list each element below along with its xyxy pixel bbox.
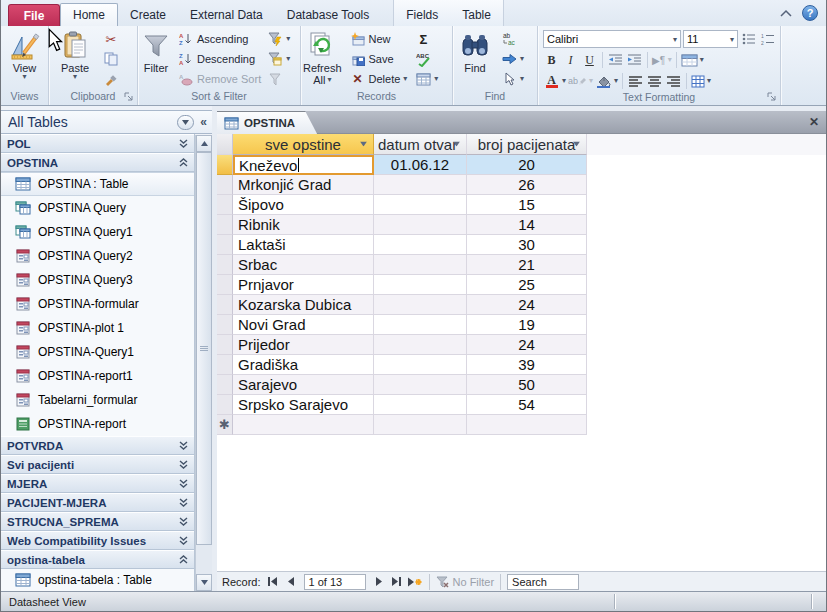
record-position-box[interactable]: 1 of 13 (304, 574, 366, 590)
cell-broj-pacijenata[interactable]: 39 (467, 355, 587, 375)
cell-sve-opstine[interactable]: Prijedor (233, 335, 374, 355)
nav-group-opstina-tabela[interactable]: opstina-tabela (1, 550, 194, 569)
cell-broj-pacijenata[interactable]: 25 (467, 275, 587, 295)
save-record-button[interactable]: Save (348, 49, 410, 69)
cell-datum[interactable] (374, 335, 467, 355)
ascending-button[interactable]: AZAscending (176, 29, 263, 49)
column-dropdown-icon[interactable] (360, 142, 367, 147)
cell-sve-opstine[interactable]: Prnjavor (233, 275, 374, 295)
nav-scrollbar[interactable] (195, 135, 212, 591)
minimize-ribbon-icon[interactable] (780, 9, 792, 17)
row-selector[interactable] (217, 155, 233, 175)
text-formatting-dialog-launcher-icon[interactable] (767, 92, 778, 103)
new-record-icon[interactable] (407, 574, 423, 590)
column-dropdown-icon[interactable] (453, 142, 460, 147)
expand-group-icon[interactable] (179, 460, 188, 469)
cell-sve-opstine[interactable]: Novi Grad (233, 315, 374, 335)
cell-sve-opstine[interactable]: Laktaši (233, 235, 374, 255)
file-tab[interactable]: File (8, 4, 60, 26)
select-button[interactable]: ▾ (499, 69, 526, 89)
cell-broj-pacijenata[interactable]: 24 (467, 295, 587, 315)
column-header-broj-pacijenata[interactable]: broj pacijenata (467, 134, 587, 155)
clipboard-dialog-launcher-icon[interactable] (124, 92, 135, 103)
search-input[interactable]: Search (507, 574, 579, 590)
close-document-icon[interactable]: ✕ (809, 115, 819, 129)
nav-group-strucna-sprema[interactable]: STRUCNA_SPREMA (1, 512, 194, 531)
nav-item-opstina-query1[interactable]: OPSTINA Query1 (1, 220, 194, 244)
align-center-button[interactable] (646, 72, 663, 90)
nav-item-opstina-table[interactable]: OPSTINA : Table (1, 172, 194, 196)
new-record-button[interactable]: New (348, 29, 410, 49)
cell-datum[interactable] (374, 215, 467, 235)
expand-group-icon[interactable] (179, 517, 188, 526)
ribbon-tab-create[interactable]: Create (118, 3, 178, 26)
bold-button[interactable]: B (543, 51, 560, 69)
cell-broj-pacijenata[interactable]: 21 (467, 255, 587, 275)
row-selector[interactable] (217, 355, 233, 375)
nav-item-opstina-report[interactable]: OPSTINA-report (1, 412, 194, 436)
cell-sve-opstine[interactable]: Gradiška (233, 355, 374, 375)
refresh-all-button[interactable]: Refresh All▾ (303, 27, 342, 90)
cell-sve-opstine[interactable]: Kozarska Dubica (233, 295, 374, 315)
underline-button[interactable]: U (581, 51, 598, 69)
collapse-group-icon[interactable] (179, 555, 188, 564)
nav-group-pacijent-mjera[interactable]: PACIJENT-MJERA (1, 493, 194, 512)
cell-sve-opstine[interactable]: Sarajevo (233, 375, 374, 395)
next-record-icon[interactable] (371, 574, 387, 590)
row-selector[interactable] (217, 175, 233, 195)
find-button[interactable]: Find (459, 27, 491, 90)
nav-item-opstina-formular[interactable]: OPSTINA-formular (1, 292, 194, 316)
align-right-button[interactable] (665, 72, 682, 90)
nav-pane-shutter-icon[interactable]: « (200, 115, 208, 129)
nav-group-svi-pacijenti[interactable]: Svi pacijenti (1, 455, 194, 474)
nav-item-opstina-query2[interactable]: OPSTINA Query2 (1, 244, 194, 268)
row-selector[interactable] (217, 215, 233, 235)
nav-pane-header[interactable]: All Tables « (1, 110, 212, 134)
nav-item-opstina-query1[interactable]: OPSTINA-Query1 (1, 340, 194, 364)
cell-broj-pacijenata[interactable]: 20 (467, 155, 587, 175)
font-size-combo[interactable]: 11▾ (683, 30, 738, 48)
cell-sve-opstine[interactable]: Mrkonjić Grad (233, 175, 374, 195)
column-dropdown-icon[interactable] (573, 142, 580, 147)
highlight-button[interactable]: ab (568, 72, 587, 90)
nav-scroll-thumb[interactable] (196, 152, 212, 545)
filter-button[interactable]: Filter (140, 27, 172, 90)
row-selector[interactable] (217, 275, 233, 295)
new-row-selector[interactable]: ✱ (217, 415, 233, 435)
descending-button[interactable]: ZADescending (176, 49, 263, 69)
expand-group-icon[interactable] (179, 479, 188, 488)
no-filter-button[interactable]: No Filter (436, 576, 495, 588)
expand-group-icon[interactable] (179, 139, 188, 148)
nav-pane-menu-icon[interactable] (177, 115, 194, 130)
cell-datum[interactable] (374, 395, 467, 415)
collapse-group-icon[interactable] (179, 158, 188, 167)
delete-record-button[interactable]: ✕Delete▾ (348, 69, 410, 89)
view-button[interactable]: View ▾ (9, 27, 41, 90)
ribbon-tab-fields[interactable]: Fields (394, 3, 450, 26)
bullets-button[interactable] (740, 30, 757, 48)
cell-broj-pacijenata[interactable]: 14 (467, 215, 587, 235)
font-color-button[interactable]: A (543, 72, 560, 90)
document-tab-opstina[interactable]: OPSTINA (217, 111, 317, 134)
replace-button[interactable]: abac (499, 29, 526, 49)
increase-indent-button[interactable] (626, 51, 643, 69)
row-selector[interactable] (217, 255, 233, 275)
ribbon-tab-external-data[interactable]: External Data (178, 3, 275, 26)
expand-group-icon[interactable] (179, 441, 188, 450)
nav-group-web-compatibility-issues[interactable]: Web Compatibility Issues (1, 531, 194, 550)
cell-broj-pacijenata[interactable]: 54 (467, 395, 587, 415)
nav-group-opstina[interactable]: OPSTINA (1, 153, 194, 172)
previous-record-icon[interactable] (283, 574, 299, 590)
cell-datum[interactable] (374, 255, 467, 275)
cell-broj-pacijenata[interactable]: 26 (467, 175, 587, 195)
cell-broj-pacijenata[interactable]: 30 (467, 235, 587, 255)
row-selector[interactable] (217, 395, 233, 415)
cell-datum[interactable] (374, 235, 467, 255)
nav-group-potvrda[interactable]: POTVRDA (1, 436, 194, 455)
expand-group-icon[interactable] (179, 536, 188, 545)
row-selector[interactable] (217, 295, 233, 315)
row-selector[interactable] (217, 235, 233, 255)
format-painter-button[interactable] (101, 69, 121, 89)
ribbon-tab-home[interactable]: Home (60, 3, 118, 26)
cell-datum[interactable] (374, 195, 467, 215)
